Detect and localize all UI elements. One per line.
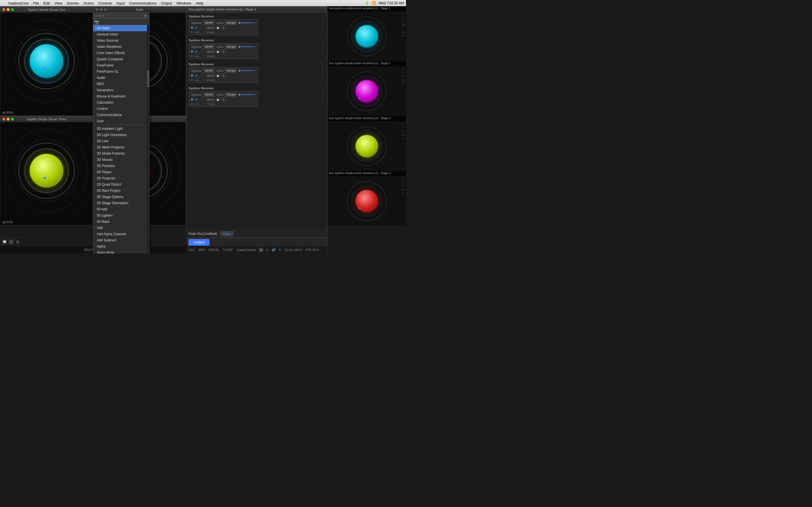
- receiver-1-title: Syphon Receiver: [189, 15, 324, 18]
- receiver-2-server-value: server: [204, 45, 214, 49]
- stage-4-sphere-wrapper: [347, 181, 387, 221]
- receiver-1-play-btn[interactable]: ▶: [216, 25, 220, 30]
- menu-item-50-mask[interactable]: 50 Mask: [93, 219, 149, 225]
- dot-max-bl[interactable]: [11, 118, 14, 121]
- receiver-2-play-btn[interactable]: ▶: [216, 50, 220, 54]
- menu-item-3d-stage-opts[interactable]: 3D Stage Options: [93, 194, 149, 200]
- menu-item-general-video[interactable]: General Video: [93, 31, 149, 38]
- wifi-icon: 📶: [372, 1, 376, 5]
- menu-item-freeframe[interactable]: FreeFrame: [93, 62, 149, 68]
- receiver-2-on-label: on: [195, 50, 206, 53]
- receiver-1-stage-label: stage...: [207, 31, 217, 34]
- syphon-receivers-list: Syphon Receiver Syphon server video vid-…: [186, 12, 327, 238]
- gear-icon-status[interactable]: ⚙: [16, 240, 19, 244]
- menu-item-3d-model[interactable]: 3D Model Particles: [93, 151, 149, 157]
- menu-item-control[interactable]: Control: [93, 106, 149, 112]
- menu-input[interactable]: Input: [116, 1, 124, 5]
- dot-maximize-tl[interactable]: [11, 8, 14, 11]
- receiver-1-box: Syphon server video vid-gpu on alpha ▶ ○: [189, 19, 258, 35]
- main-content: Syphon Simple Server One 60 FPS Syph: [0, 6, 406, 253]
- dot-min-bl[interactable]: [7, 118, 10, 121]
- menu-item-freeframe-gl[interactable]: FreeFrame GL: [93, 68, 149, 75]
- menu-scrollbar-thumb[interactable]: [147, 70, 149, 87]
- status-serial[interactable]: SERIAL: [208, 248, 219, 251]
- receiver-2-title: Syphon Receiver: [189, 39, 324, 42]
- receiver-4-play-btn[interactable]: ▶: [216, 98, 220, 101]
- menu-item-50-add[interactable]: 50 Add: [93, 206, 149, 212]
- chat-icon[interactable]: 💬: [2, 240, 7, 244]
- menu-item-add[interactable]: Add: [93, 225, 149, 231]
- menu-item-generators[interactable]: Generators: [93, 87, 149, 93]
- stage-4-numbers: 010ac0: [402, 176, 405, 194]
- menu-item-core-video[interactable]: Core Video Effects: [93, 50, 149, 56]
- menu-edit[interactable]: Edit: [43, 1, 50, 5]
- menu-item-midi[interactable]: MIDI: [93, 81, 149, 87]
- menu-scenes[interactable]: Scenes: [67, 1, 79, 5]
- receiver-2-circle-icon: ○: [221, 50, 225, 54]
- menu-item-communications[interactable]: Communications: [93, 112, 149, 118]
- dot-min-tr[interactable]: [100, 8, 103, 11]
- menu-item-3d-mosaic[interactable]: 3D Mosaic: [93, 157, 149, 163]
- window-dots-tl: [3, 8, 14, 11]
- window-dots-tr: [96, 8, 107, 11]
- menu-item-audio[interactable]: Audio: [93, 75, 149, 81]
- grid-icon[interactable]: ⊞: [9, 240, 13, 244]
- menu-view[interactable]: View: [54, 1, 62, 5]
- status-midi[interactable]: MIDI: [199, 248, 205, 251]
- receiver-1-video-label: video: [216, 21, 224, 24]
- apple-menu[interactable]: : [2, 1, 4, 6]
- menu-item-3d-mesh[interactable]: 3D Mesh Projector: [93, 144, 149, 151]
- sphere-inner-bl: [30, 154, 63, 187]
- menu-item-quartz[interactable]: Quartz Composer: [93, 56, 149, 62]
- status-osc[interactable]: OSC: [188, 248, 195, 251]
- status-tcpip[interactable]: TCP/IP: [223, 248, 233, 251]
- menu-item-user[interactable]: User: [93, 118, 149, 124]
- dropdown-close[interactable]: ✕: [143, 13, 147, 18]
- receiver-2-video-label: video: [216, 45, 224, 48]
- menu-item-3d-projector[interactable]: 3D Projector: [93, 175, 149, 181]
- menu-scrollbar[interactable]: [147, 25, 149, 253]
- menu-item-3d-ambient[interactable]: 3D Ambient Light: [93, 126, 149, 132]
- menu-app[interactable]: IsadoraCore: [8, 1, 29, 5]
- menu-item-3d-particles[interactable]: 3D Particles: [93, 163, 149, 169]
- menu-item-3d-line[interactable]: 3D Line: [93, 138, 149, 144]
- menu-item-3d-quad[interactable]: 3D Quad Distort: [93, 181, 149, 187]
- right-stage-panels: four-syphon-simple-server-receivers.izz …: [327, 6, 406, 253]
- dot-close-bl[interactable]: [3, 118, 5, 121]
- stage-1-content: 010ac0al0: [327, 6, 406, 61]
- menu-file[interactable]: File: [33, 1, 39, 5]
- camera-icon[interactable]: 📷: [94, 20, 99, 24]
- menu-item-mouse-keyboard[interactable]: Mouse & Keyboard: [93, 93, 149, 100]
- tab-untitled[interactable]: Untitled: [188, 239, 209, 245]
- dot-close-tl[interactable]: [3, 8, 5, 11]
- menu-communications[interactable]: Communications: [129, 1, 156, 5]
- receiver-4-alpha-label: alpha: [207, 98, 214, 101]
- menu-controls[interactable]: Controls: [98, 1, 112, 5]
- menu-output[interactable]: Output: [161, 1, 172, 5]
- volume-icon[interactable]: 🔊: [272, 248, 276, 251]
- menu-item-video-renderers[interactable]: Video Renderers: [93, 44, 149, 50]
- menu-item-video-sources[interactable]: Video Sources: [93, 38, 149, 44]
- receiver-1-syphon-label: Syphon: [191, 21, 202, 24]
- receiver-3-play-btn[interactable]: ▶: [216, 73, 220, 77]
- receiver-3-video-value: vid-gpu: [225, 68, 237, 73]
- menu-item-50-lighten[interactable]: 50 Lighten: [93, 212, 149, 219]
- dot-close-tr[interactable]: [96, 8, 98, 11]
- stage-4-content: 010ac0: [327, 171, 406, 226]
- menu-item-calculation[interactable]: Calculation: [93, 100, 149, 106]
- dot-minimize-tl[interactable]: [7, 8, 10, 11]
- menu-help[interactable]: Help: [196, 1, 204, 5]
- menu-windows[interactable]: Windows: [176, 1, 192, 5]
- menu-item-all-video[interactable]: All Video: [93, 25, 149, 31]
- menu-item-add-subtract[interactable]: Add Subtract: [93, 237, 149, 243]
- menu-item-3d-light-orient[interactable]: 3D Light Orientation: [93, 132, 149, 138]
- menu-item-3d-stage-orient[interactable]: 3D Stage Orientation: [93, 200, 149, 206]
- menu-item-3d-player[interactable]: 3D Player: [93, 169, 149, 175]
- menu-item-3d-rect[interactable]: 3D Rect Project: [93, 187, 149, 194]
- menu-item-add-alpha[interactable]: Add Alpha Channel: [93, 231, 149, 237]
- menu-item-alpha-mask[interactable]: Alpha Mask: [93, 249, 149, 253]
- dot-max-tr[interactable]: [104, 8, 107, 11]
- menu-actors[interactable]: Actors: [84, 1, 94, 5]
- menu-item-alpha[interactable]: Alpha: [93, 243, 149, 249]
- receiver-1-na-row: n/a stage...: [191, 31, 256, 34]
